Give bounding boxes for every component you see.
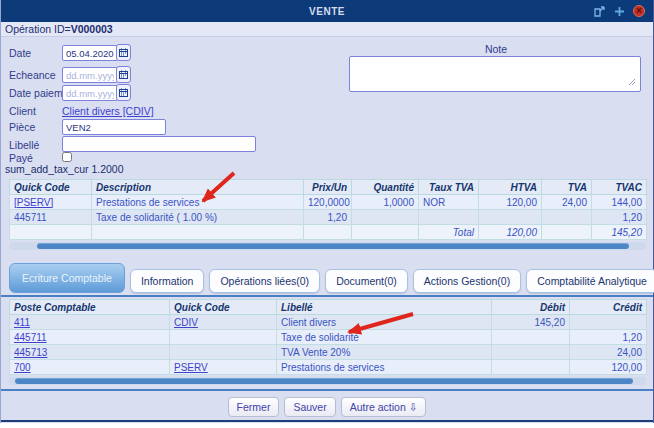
item-prix-un: 120,0000	[304, 195, 352, 210]
sauver-button[interactable]: Sauver	[284, 397, 335, 417]
date-paiement-calendar-icon[interactable]	[116, 84, 131, 101]
entry-libelle: Taxe de solidarité	[277, 330, 492, 345]
entries-header-row: Poste Comptable Quick Code Libellé Débit…	[10, 300, 647, 315]
col-quick-code: Quick Code	[10, 180, 92, 195]
tab-bar: Ecriture Comptable Information Opération…	[9, 264, 647, 293]
col-tva: TVA	[542, 180, 592, 195]
item-row: 445711 Taxe de solidarité ( 1.00 %) 1,20…	[10, 210, 647, 225]
echeance-label: Echeance	[9, 69, 56, 81]
item-tva	[542, 210, 592, 225]
tab-information[interactable]: Information	[130, 269, 205, 293]
piece-input[interactable]	[62, 119, 166, 135]
item-taux-tva: NOR	[419, 195, 479, 210]
tab-actions-gestion[interactable]: Actions Gestion(0)	[413, 269, 521, 293]
tab-operations-liees[interactable]: Opérations liées(0)	[209, 269, 320, 293]
client-label: Client	[9, 105, 36, 117]
col-taux-tva: Taux TVA	[419, 180, 479, 195]
entries-table-hscrollbar	[9, 377, 646, 385]
item-tvac: 1,20	[592, 210, 647, 225]
entry-row: 445713 TVA Vente 20% 24,00	[10, 345, 647, 360]
note-label: Note	[349, 43, 643, 55]
paye-checkbox[interactable]	[62, 152, 72, 162]
quick-code-link[interactable]: [PSERV]	[14, 197, 53, 208]
entry-credit: 120,00	[570, 360, 647, 375]
items-table-hscrollbar	[9, 242, 646, 250]
entry-debit: 145,20	[492, 315, 570, 330]
entry-debit	[492, 330, 570, 345]
window-title: VENTE	[1, 6, 653, 17]
col-tvac: TVAC	[592, 180, 647, 195]
move-plus-icon[interactable]	[613, 5, 625, 17]
libelle-input[interactable]	[62, 136, 256, 152]
entry-credit	[570, 315, 647, 330]
tab-ecriture-comptable[interactable]: Ecriture Comptable	[9, 263, 125, 293]
operation-id-label: Opération ID=	[5, 23, 71, 35]
col-quick-code: Quick Code	[170, 300, 277, 315]
entry-credit: 24,00	[570, 345, 647, 360]
quick-code-link[interactable]: PSERV	[174, 362, 208, 373]
quick-code-link[interactable]: CDIV	[174, 317, 198, 328]
date-calendar-icon[interactable]	[116, 44, 131, 61]
entry-debit	[492, 345, 570, 360]
item-htva	[479, 210, 542, 225]
item-taux-tva	[419, 210, 479, 225]
item-description: Prestations de services	[92, 195, 304, 210]
note-textarea[interactable]	[349, 56, 641, 92]
items-table: Quick Code Description Prix/Un Quantité …	[9, 179, 647, 240]
autre-action-button[interactable]: Autre action ⇩	[341, 397, 427, 417]
col-htva: HTVA	[479, 180, 542, 195]
items-total-row: Total 120,00 145,20	[10, 225, 647, 240]
col-quantite: Quantité	[352, 180, 419, 195]
item-htva: 120,00	[479, 195, 542, 210]
total-tvac: 145,20	[592, 225, 647, 240]
poste-link[interactable]: 411	[14, 317, 30, 328]
date-label: Date	[9, 47, 31, 59]
echeance-calendar-icon[interactable]	[116, 66, 131, 83]
entry-libelle: TVA Vente 20%	[277, 345, 492, 360]
tab-comptabilite-analytique[interactable]: Comptabilité Analytique	[526, 269, 654, 293]
total-label: Total	[419, 225, 479, 240]
poste-link[interactable]: 445711	[14, 332, 47, 343]
entry-row: 411 CDIV Client divers 145,20	[10, 315, 647, 330]
open-in-new-window-icon[interactable]	[593, 5, 605, 17]
window-bottom-border	[1, 420, 653, 422]
tab-document[interactable]: Document(0)	[325, 269, 408, 293]
item-quantite	[352, 210, 419, 225]
entry-libelle: Client divers	[277, 315, 492, 330]
client-link[interactable]: Client divers [CDIV]	[62, 105, 154, 117]
col-poste-comptable: Poste Comptable	[10, 300, 170, 315]
date-paiement-input[interactable]	[62, 85, 118, 101]
col-prix-un: Prix/Un	[304, 180, 352, 195]
entry-credit: 1,20	[570, 330, 647, 345]
items-header-row: Quick Code Description Prix/Un Quantité …	[10, 180, 647, 195]
echeance-input[interactable]	[62, 67, 118, 83]
col-debit: Débit	[492, 300, 570, 315]
total-htva: 120,00	[479, 225, 542, 240]
scrollbar-thumb[interactable]	[37, 243, 629, 249]
close-icon[interactable]: ×	[633, 5, 645, 17]
col-credit: Crédit	[570, 300, 647, 315]
poste-link[interactable]: 700	[14, 362, 31, 373]
footer-button-bar: Fermer Sauver Autre action ⇩	[1, 397, 653, 417]
item-row: [PSERV] Prestations de services 120,0000…	[10, 195, 647, 210]
col-libelle: Libellé	[277, 300, 492, 315]
date-input[interactable]	[62, 45, 118, 61]
item-prix-un: 1,20	[304, 210, 352, 225]
poste-link[interactable]: 445713	[14, 347, 47, 358]
titlebar: VENTE ×	[1, 0, 653, 22]
item-description: Taxe de solidarité ( 1.00 %)	[92, 210, 304, 225]
tab-panel-bottom-border	[1, 389, 653, 391]
entry-debit	[492, 360, 570, 375]
item-tva: 24,00	[542, 195, 592, 210]
item-tvac: 144,00	[592, 195, 647, 210]
col-description: Description	[92, 180, 304, 195]
entry-quick-code	[170, 330, 277, 345]
scrollbar-thumb[interactable]	[15, 378, 633, 384]
vente-window: VENTE × Opération ID=V000003 Date Echean…	[0, 0, 654, 423]
operation-id-value: V000003	[71, 23, 113, 35]
piece-label: Pièce	[9, 121, 35, 133]
entry-row: 700 PSERV Prestations de services 120,00	[10, 360, 647, 375]
tab-panel-top-border	[1, 295, 653, 297]
fermer-button[interactable]: Fermer	[228, 397, 280, 417]
libelle-label: Libellé	[9, 139, 39, 151]
